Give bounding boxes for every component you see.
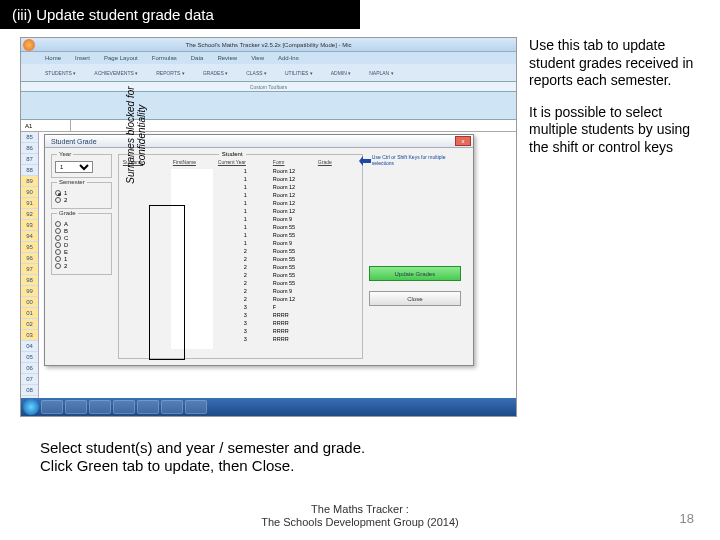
name-box[interactable]: A1 bbox=[21, 120, 71, 131]
ribbon-tab[interactable]: Insert bbox=[75, 55, 90, 61]
ribbon-group[interactable]: GRADES ▾ bbox=[203, 70, 229, 76]
multiselect-hint: Use Ctrl or Shift Keys for multiple sele… bbox=[372, 154, 467, 166]
ribbon-tab[interactable]: View bbox=[251, 55, 264, 61]
taskbar-item[interactable] bbox=[89, 400, 111, 414]
taskbar bbox=[21, 398, 516, 416]
list-item[interactable]: Jessi2Room 12 bbox=[123, 295, 358, 303]
radio-icon bbox=[55, 228, 61, 234]
list-item[interactable]: Noah1Room 12 bbox=[123, 199, 358, 207]
ribbon-tab[interactable]: Page Layout bbox=[104, 55, 138, 61]
row-header[interactable]: 08 bbox=[21, 385, 38, 396]
list-item[interactable]: Oliver1Room 12 bbox=[123, 207, 358, 215]
student-grade-dialog: Student Grade x Year 1 bbox=[44, 134, 474, 366]
row-header[interactable]: 85 bbox=[21, 132, 38, 143]
row-header[interactable]: 07 bbox=[21, 374, 38, 385]
row-header[interactable]: 06 bbox=[21, 363, 38, 374]
row-header[interactable]: 87 bbox=[21, 154, 38, 165]
ribbon-group[interactable]: REPORTS ▾ bbox=[156, 70, 184, 76]
radio-semester-1[interactable]: 1 bbox=[55, 190, 108, 196]
row-header[interactable]: 01 bbox=[21, 308, 38, 319]
list-item[interactable]: Tayla2Room 9 bbox=[123, 287, 358, 295]
row-header[interactable]: 03 bbox=[21, 330, 38, 341]
radio-grade-E[interactable]: E bbox=[55, 249, 108, 255]
start-button-icon[interactable] bbox=[23, 399, 39, 415]
list-item[interactable]: Sam2Room 55 bbox=[123, 271, 358, 279]
ribbon-group[interactable]: CLASS ▾ bbox=[246, 70, 267, 76]
list-item[interactable]: Jayci1Room 12 bbox=[123, 183, 358, 191]
radio-grade-B[interactable]: B bbox=[55, 228, 108, 234]
list-item[interactable]: Ella1Room 55 bbox=[123, 231, 358, 239]
row-header[interactable]: 89 bbox=[21, 176, 38, 187]
list-item[interactable]: Alyssa3RRRR bbox=[123, 311, 358, 319]
list-item[interactable]: Tayla1Room 9 bbox=[123, 239, 358, 247]
list-item[interactable]: Noah3RRRR bbox=[123, 327, 358, 335]
radio-grade-2[interactable]: 2 bbox=[55, 263, 108, 269]
radio-icon bbox=[55, 249, 61, 255]
list-item[interactable]: Ivy3RRRR bbox=[123, 319, 358, 327]
year-select[interactable]: 1 bbox=[55, 161, 93, 173]
row-header[interactable]: 92 bbox=[21, 209, 38, 220]
radio-grade-A[interactable]: A bbox=[55, 221, 108, 227]
ribbon-group[interactable]: ADMIN ▾ bbox=[331, 70, 352, 76]
list-header: SurnameFirstNameCurrent YearFormGrade bbox=[123, 159, 358, 165]
row-header[interactable]: 91 bbox=[21, 198, 38, 209]
taskbar-item[interactable] bbox=[113, 400, 135, 414]
row-header[interactable]: 00 bbox=[21, 297, 38, 308]
radio-icon bbox=[55, 235, 61, 241]
list-item[interactable]: Tom2Room 55 bbox=[123, 263, 358, 271]
row-header[interactable]: 86 bbox=[21, 143, 38, 154]
ribbon-group[interactable]: STUDENTS ▾ bbox=[45, 70, 76, 76]
row-header[interactable]: 99 bbox=[21, 286, 38, 297]
list-item[interactable]: Jake2Room 55 bbox=[123, 247, 358, 255]
list-item[interactable]: Ben1Room 9 bbox=[123, 215, 358, 223]
row-header[interactable]: 05 bbox=[21, 352, 38, 363]
ribbon-group[interactable]: UTILITIES ▾ bbox=[285, 70, 313, 76]
radio-grade-C[interactable]: C bbox=[55, 235, 108, 241]
list-item[interactable]: Jack2Room 55 bbox=[123, 255, 358, 263]
semester-label: Semester bbox=[57, 179, 87, 185]
radio-icon bbox=[55, 263, 61, 269]
taskbar-item[interactable] bbox=[65, 400, 87, 414]
ribbon-tab[interactable]: Home bbox=[45, 55, 61, 61]
list-item[interactable]: Cooper3RRRR bbox=[123, 335, 358, 342]
list-item[interactable]: Ella1Room 12 bbox=[123, 167, 358, 175]
taskbar-item[interactable] bbox=[41, 400, 63, 414]
taskbar-item[interactable] bbox=[137, 400, 159, 414]
row-header[interactable]: 04 bbox=[21, 341, 38, 352]
close-button[interactable]: Close bbox=[369, 291, 461, 306]
list-item[interactable]: Tayla1Room 12 bbox=[123, 175, 358, 183]
ribbon-tab[interactable]: Add-Ins bbox=[278, 55, 299, 61]
list-item[interactable]: Oliver3F bbox=[123, 303, 358, 311]
list-item[interactable]: Alex1Room 12 bbox=[123, 191, 358, 199]
ribbon-tab[interactable]: Review bbox=[217, 55, 237, 61]
radio-grade-D[interactable]: D bbox=[55, 242, 108, 248]
radio-label: A bbox=[64, 221, 68, 227]
ribbon-tab[interactable]: Data bbox=[191, 55, 204, 61]
row-header[interactable]: 94 bbox=[21, 231, 38, 242]
row-header[interactable]: 90 bbox=[21, 187, 38, 198]
office-button-icon[interactable] bbox=[23, 39, 35, 51]
radio-semester-2[interactable]: 2 bbox=[55, 197, 108, 203]
row-header[interactable]: 93 bbox=[21, 220, 38, 231]
taskbar-item[interactable] bbox=[161, 400, 183, 414]
ribbon-tab[interactable]: Formulas bbox=[152, 55, 177, 61]
row-header[interactable]: 96 bbox=[21, 253, 38, 264]
list-item[interactable]: Bella2Room 55 bbox=[123, 279, 358, 287]
row-header[interactable]: 98 bbox=[21, 275, 38, 286]
radio-grade-1[interactable]: 1 bbox=[55, 256, 108, 262]
row-header[interactable]: 97 bbox=[21, 264, 38, 275]
left-panel: Year 1 Semester 12 bbox=[51, 154, 112, 359]
close-icon[interactable]: x bbox=[455, 136, 471, 146]
update-grades-button[interactable]: Update Grades bbox=[369, 266, 461, 281]
year-label: Year bbox=[57, 151, 73, 157]
radio-label: 1 bbox=[64, 190, 67, 196]
row-header[interactable]: 88 bbox=[21, 165, 38, 176]
row-header[interactable]: 95 bbox=[21, 242, 38, 253]
semester-group: Semester 12 bbox=[51, 182, 112, 209]
taskbar-item[interactable] bbox=[185, 400, 207, 414]
ribbon-group[interactable]: NAPLAN ▾ bbox=[369, 70, 393, 76]
student-list[interactable]: Ella1Room 12Tayla1Room 12Jayci1Room 12Al… bbox=[123, 167, 358, 342]
row-header[interactable]: 02 bbox=[21, 319, 38, 330]
grade-group: Grade ABCDE12 bbox=[51, 213, 112, 275]
list-item[interactable]: Angel1Room 55 bbox=[123, 223, 358, 231]
